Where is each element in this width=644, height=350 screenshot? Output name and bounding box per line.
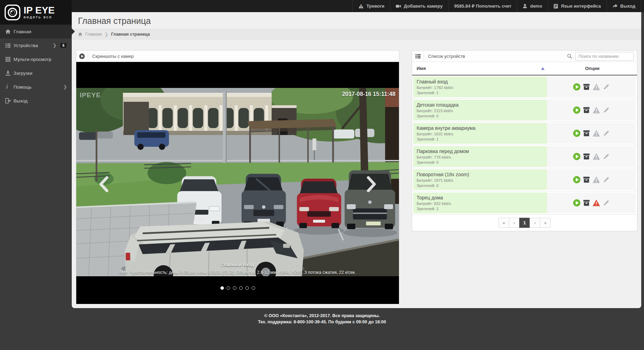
sidebar-item-downloads[interactable]: Загрузки: [0, 66, 72, 80]
page-next-button[interactable]: ›: [530, 218, 540, 228]
play-circle-icon: [79, 53, 85, 59]
carousel-dot-1[interactable]: [220, 286, 224, 290]
play-icon[interactable]: [573, 199, 581, 207]
topbar-balance-button[interactable]: 9585.84 ₽ Пополнить счет: [448, 0, 517, 12]
device-row: Торец дома Битрейт: 832 kbit/s Зрителей:…: [412, 191, 637, 215]
topbar-add-camera-button[interactable]: Добавить камеру: [390, 0, 448, 12]
play-icon[interactable]: [573, 153, 581, 160]
search-input[interactable]: [575, 52, 634, 61]
edit-pencil-icon[interactable]: [602, 106, 610, 114]
sidebar-item-multiview-label: Мульти-просмотр: [14, 57, 51, 62]
red-sedan: [297, 179, 341, 228]
device-name-cell[interactable]: Парковка перед домом Битрейт: 776 kbit/s…: [413, 146, 547, 167]
device-name: Поворотная (18x zoom): [417, 172, 543, 177]
device-viewers: Зрителей: 0: [417, 160, 543, 165]
sidebar-item-logout[interactable]: Выход: [0, 94, 72, 108]
device-bitrate: Битрейт: 1631 kbit/s: [417, 132, 543, 137]
alert-triangle-icon: [358, 4, 364, 9]
carousel-prev-arrow[interactable]: [98, 176, 110, 192]
column-header-options: Опции: [548, 66, 637, 71]
device-options-cell: [547, 192, 636, 213]
alarm-triangle-icon[interactable]: [592, 106, 600, 114]
play-icon[interactable]: [573, 176, 581, 183]
play-icon[interactable]: [573, 83, 581, 91]
signout-icon: [5, 98, 11, 104]
pagination-zone: « ‹ 1 › »: [412, 215, 637, 231]
column-header-name[interactable]: Имя: [412, 66, 548, 71]
sidebar: Главная Устройства ❯ 6 Мульти-просмотр З…: [0, 25, 72, 350]
alarm-triangle-icon-active[interactable]: [592, 199, 600, 207]
sidebar-item-logout-label: Выход: [14, 98, 27, 104]
page-prev-button[interactable]: ‹: [509, 218, 520, 228]
device-name-cell[interactable]: Поворотная (18x zoom) Битрейт: 1971 kbit…: [413, 169, 547, 190]
device-viewers: Зрителей: 1: [417, 90, 543, 96]
page-1-button[interactable]: 1: [519, 218, 530, 228]
sort-asc-icon[interactable]: [541, 67, 545, 70]
page-first-button[interactable]: «: [498, 218, 509, 228]
topbar-language-label: Язык интерфейса: [561, 3, 601, 9]
device-row: Поворотная (18x zoom) Битрейт: 1971 kbit…: [412, 168, 637, 191]
edit-pencil-icon[interactable]: [602, 153, 610, 160]
alarm-triangle-icon[interactable]: [592, 176, 600, 183]
device-name: Главный вход: [417, 79, 543, 84]
device-bitrate: Битрейт: 2115 kbit/s: [417, 108, 543, 114]
carousel-dot-5[interactable]: [245, 286, 249, 290]
topbar-logout-button[interactable]: Выход: [607, 0, 641, 12]
carousel-dot-6[interactable]: [252, 286, 255, 290]
camera-caption: Главный вход: [76, 262, 399, 267]
app-logo[interactable]: IP EYE видеть все: [0, 0, 72, 25]
sidebar-item-help[interactable]: i Помощь ❯: [0, 80, 72, 94]
breadcrumb-root-link[interactable]: Главная: [85, 32, 102, 37]
carousel-next-arrow[interactable]: [366, 176, 377, 192]
sidebar-item-multiview[interactable]: Мульти-просмотр: [0, 52, 72, 66]
camera-timestamp: 2017-08-16 15:11:48: [342, 91, 395, 97]
alarm-triangle-icon[interactable]: [592, 153, 600, 160]
user-icon: [523, 4, 527, 8]
edit-pencil-icon[interactable]: [602, 129, 610, 137]
search-icon: [567, 54, 572, 59]
grid-icon: [5, 57, 11, 62]
archive-box-icon[interactable]: [583, 106, 590, 114]
download-icon: [5, 70, 11, 76]
device-name-cell[interactable]: Камера внутри аквариума Битрейт: 1631 kb…: [413, 123, 547, 144]
topbar-user-button[interactable]: demo: [517, 0, 548, 12]
sidebar-item-downloads-label: Загрузки: [14, 71, 32, 76]
archive-box-icon[interactable]: [583, 176, 590, 183]
archive-box-icon[interactable]: [583, 129, 590, 137]
edit-pencil-icon[interactable]: [602, 199, 610, 207]
device-name-cell[interactable]: Детская площадка Битрейт: 2115 kbit/s Зр…: [413, 100, 547, 120]
logo-title: IP EYE: [24, 6, 55, 15]
topbar-alarms-button[interactable]: Тревоги: [353, 0, 390, 12]
edit-pencil-icon[interactable]: [602, 176, 610, 183]
alarm-triangle-icon[interactable]: [592, 129, 600, 137]
alarm-triangle-icon[interactable]: [592, 83, 600, 91]
screenshots-panel: Скриншоты с камер: [76, 50, 399, 304]
device-row: Камера внутри аквариума Битрейт: 1631 kb…: [412, 122, 637, 145]
screenshots-panel-title: Скриншоты с камер: [88, 54, 134, 59]
play-icon[interactable]: [573, 129, 581, 137]
top-bar: Тревоги Добавить камеру 9585.84 ₽ Пополн…: [0, 0, 644, 12]
topbar-alarms-label: Тревоги: [366, 3, 384, 9]
dark-hatchback: [242, 174, 286, 227]
exit-arrow-icon: [612, 4, 618, 8]
archive-box-icon[interactable]: [583, 83, 590, 91]
video-camera-icon: [396, 4, 401, 8]
device-name-cell[interactable]: Торец дома Битрейт: 832 kbit/s Зрителей:…: [413, 192, 547, 213]
devices-panel: Список устройств Имя Опции Главный вход …: [412, 50, 637, 231]
sidebar-item-home[interactable]: Главная: [0, 25, 72, 38]
play-icon[interactable]: [573, 106, 581, 114]
device-name-cell[interactable]: Главный вход Битрейт: 1782 kbit/s Зрител…: [413, 77, 547, 97]
page-last-button[interactable]: »: [540, 218, 551, 228]
sidebar-item-devices[interactable]: Устройства ❯ 6: [0, 38, 72, 52]
camera-description: 4Мп. Чувствительность: день 0.05Lux, ноч…: [96, 269, 380, 276]
edit-pencil-icon[interactable]: [602, 83, 610, 91]
archive-box-icon[interactable]: [583, 153, 590, 160]
carousel-dot-3[interactable]: [233, 286, 236, 290]
device-options-cell: [547, 146, 636, 167]
topbar-language-button[interactable]: Язык интерфейса: [548, 0, 606, 12]
carousel-dot-4[interactable]: [239, 286, 243, 290]
archive-box-icon[interactable]: [583, 199, 590, 207]
carousel-dot-2[interactable]: [227, 286, 230, 290]
device-row: Парковка перед домом Битрейт: 776 kbit/s…: [412, 145, 637, 168]
list-icon: [415, 54, 421, 59]
